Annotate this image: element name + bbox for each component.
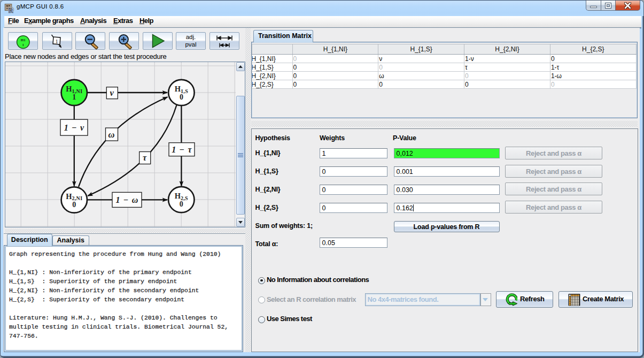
svg-text:0: 0 xyxy=(72,201,76,209)
svg-text:1 − ν: 1 − ν xyxy=(64,123,84,132)
svg-text:0: 0 xyxy=(179,93,183,101)
svg-text:R: R xyxy=(9,6,14,14)
svg-text:ν: ν xyxy=(110,88,114,98)
svg-text:1 − τ: 1 − τ xyxy=(172,145,192,154)
svg-text:1: 1 xyxy=(55,38,58,44)
svg-text:1: 1 xyxy=(72,93,76,101)
svg-text:1 − ω: 1 − ω xyxy=(115,195,138,204)
svg-text:ω: ω xyxy=(108,130,115,140)
svg-text:τ: τ xyxy=(142,153,146,163)
svg-text:H1: H1 xyxy=(21,37,26,42)
svg-text:1: 1 xyxy=(22,42,25,47)
svg-text:0: 0 xyxy=(179,200,183,208)
